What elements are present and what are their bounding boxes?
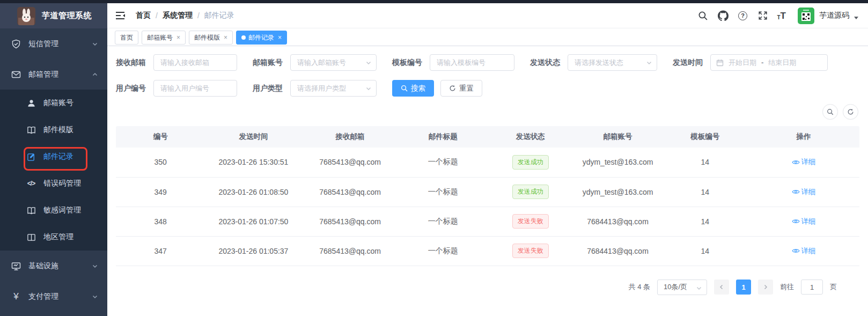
sidebar-menu: 短信管理 邮箱管理 邮箱账号 邮件模版 邮件记录 </> — [0, 28, 107, 312]
filter-send-status: 发送状态 请选择发送状态 — [530, 54, 657, 71]
send-status-select[interactable]: 请选择发送状态 — [568, 54, 657, 71]
search-icon[interactable] — [698, 10, 709, 21]
current-page-button[interactable]: 1 — [736, 280, 751, 295]
date-separator: - — [761, 58, 763, 67]
columns-book-icon — [26, 232, 36, 242]
user-dropdown[interactable]: 芋道源码 — [798, 8, 858, 24]
content-area: 首页 / 系统管理 / 邮件记录 ? TT 芋道源码 — [107, 3, 868, 316]
breadcrumb-system[interactable]: 系统管理 — [163, 11, 193, 20]
tab-close-icon[interactable]: × — [224, 34, 227, 41]
filter-row-1: 接收邮箱 邮箱账号 请输入邮箱账号 模板编号 发送状态 — [116, 54, 859, 71]
tab-mail-account[interactable]: 邮箱账号 × — [142, 31, 186, 45]
github-icon[interactable] — [718, 10, 729, 21]
sidebar-item-label: 邮箱账号 — [43, 98, 73, 108]
filter-label: 发送状态 — [530, 58, 560, 68]
mail-icon — [11, 70, 21, 79]
filter-label: 发送时间 — [673, 58, 703, 68]
breadcrumb-home[interactable]: 首页 — [136, 11, 151, 20]
user-type-select[interactable]: 请选择用户类型 — [290, 80, 377, 97]
tab-label: 邮件记录 — [248, 33, 274, 42]
goto-page-input[interactable] — [801, 280, 823, 295]
next-page-button[interactable] — [758, 280, 773, 295]
font-size-icon[interactable]: TT — [777, 11, 786, 20]
date-end-placeholder: 结束日期 — [768, 58, 796, 68]
cell-template: 14 — [663, 207, 748, 236]
cell-template: 14 — [663, 148, 748, 177]
main-panel: 接收邮箱 邮箱账号 请输入邮箱账号 模板编号 发送状态 — [107, 46, 868, 316]
chevron-down-icon — [365, 85, 372, 92]
active-tab-dot — [241, 35, 246, 40]
status-badge: 发送失败 — [512, 244, 549, 258]
select-placeholder: 请选择用户类型 — [297, 84, 346, 93]
goto-label: 前往 — [780, 282, 794, 292]
cell-send-time: 2023-01-26 01:07:50 — [205, 207, 301, 236]
sidebar-item-infrastructure[interactable]: 基础设施 — [0, 251, 107, 281]
cell-account: 7684413@qq.com — [573, 236, 662, 266]
table-row: 349 2023-01-26 01:08:50 7685413@qq.com 一… — [116, 177, 859, 207]
navbar-right-actions: ? TT 芋道源码 — [698, 8, 859, 24]
template-id-input[interactable] — [430, 54, 514, 71]
sidebar-item-pay-management[interactable]: ¥ 支付管理 — [0, 281, 107, 312]
user-id-input[interactable] — [153, 80, 237, 97]
eye-icon — [792, 159, 800, 165]
reset-button-label: 重置 — [459, 84, 474, 93]
sidebar-item-mail-management[interactable]: 邮箱管理 — [0, 59, 107, 90]
tags-view-bar: 首页 邮箱账号 × 邮件模版 × 邮件记录 × — [107, 28, 868, 46]
chevron-down-icon — [365, 60, 372, 66]
table-row: 348 2023-01-26 01:07:50 7685413@qq.com 一… — [116, 207, 859, 236]
filter-label: 用户类型 — [253, 84, 283, 93]
page-size-select[interactable]: 10条/页 — [657, 280, 707, 295]
tab-label: 邮件模版 — [194, 33, 220, 42]
receive-mail-input[interactable] — [153, 54, 237, 71]
calendar-icon — [716, 59, 724, 67]
sidebar-item-region[interactable]: 地区管理 — [0, 224, 107, 251]
tab-mail-log[interactable]: 邮件记录 × — [236, 31, 287, 45]
sidebar-item-label: 邮件记录 — [43, 152, 73, 161]
sidebar-item-error-code[interactable]: </> 错误码管理 — [0, 170, 107, 197]
col-header-title: 邮件标题 — [399, 126, 488, 148]
prev-page-button[interactable] — [714, 280, 729, 295]
cell-id: 347 — [116, 236, 205, 266]
yen-icon: ¥ — [11, 292, 21, 302]
chevron-down-icon — [92, 263, 98, 269]
filter-row-2: 用户编号 用户类型 请选择用户类型 搜索 重置 — [116, 80, 859, 97]
sidebar-item-sms-management[interactable]: 短信管理 — [0, 28, 107, 59]
cell-title: 一个标题 — [399, 236, 488, 266]
sidebar-collapse-icon[interactable] — [114, 10, 126, 21]
toggle-search-button[interactable] — [822, 104, 838, 120]
detail-link[interactable]: 详细 — [792, 217, 816, 226]
tab-mail-template[interactable]: 邮件模版 × — [189, 31, 233, 45]
caret-down-icon — [854, 17, 858, 19]
tab-home[interactable]: 首页 — [115, 31, 138, 45]
sidebar-item-label: 敏感词管理 — [43, 205, 81, 215]
sidebar-item-mail-template[interactable]: 邮件模版 — [0, 116, 107, 143]
tab-close-icon[interactable]: × — [176, 34, 180, 41]
sidebar-logo[interactable]: 芋道管理系统 — [0, 0, 107, 28]
fullscreen-icon[interactable] — [757, 10, 768, 21]
tab-label: 首页 — [120, 33, 133, 42]
send-time-daterange-picker[interactable]: 开始日期 - 结束日期 — [710, 54, 828, 71]
filter-label: 邮箱账号 — [253, 58, 283, 68]
filter-send-time: 发送时间 开始日期 - 结束日期 — [673, 54, 828, 71]
refresh-table-button[interactable] — [843, 104, 858, 120]
mail-account-select[interactable]: 请输入邮箱账号 — [290, 54, 377, 71]
search-button[interactable]: 搜索 — [392, 80, 434, 97]
detail-link[interactable]: 详细 — [792, 246, 816, 256]
edit-note-icon — [26, 152, 36, 161]
sidebar-item-mail-account[interactable]: 邮箱账号 — [0, 90, 107, 116]
chevron-up-icon — [92, 71, 98, 78]
chevron-down-icon — [696, 285, 702, 291]
help-icon[interactable]: ? — [738, 10, 748, 21]
detail-link[interactable]: 详细 — [792, 187, 816, 197]
tab-close-icon[interactable]: × — [278, 34, 282, 41]
book-icon — [26, 125, 36, 135]
window-top-edge — [0, 0, 868, 3]
sidebar-item-sensitive-word[interactable]: 敏感词管理 — [0, 197, 107, 224]
username-label: 芋道源码 — [819, 11, 849, 20]
sidebar-item-mail-log[interactable]: 邮件记录 — [0, 143, 107, 170]
cell-title: 一个标题 — [399, 148, 488, 177]
reset-button[interactable]: 重置 — [440, 80, 482, 97]
cell-id: 350 — [116, 148, 205, 177]
detail-link-label: 详细 — [801, 187, 816, 197]
detail-link[interactable]: 详细 — [792, 157, 816, 167]
